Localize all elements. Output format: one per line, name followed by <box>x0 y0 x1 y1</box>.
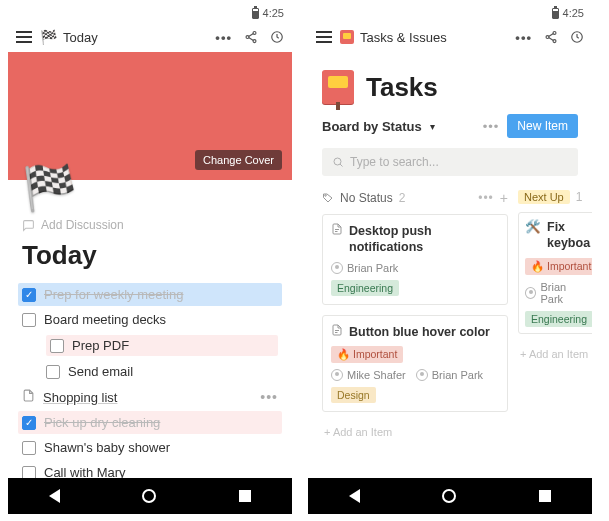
tag-engineering: Engineering <box>525 311 592 327</box>
flag-icon: 🏁 <box>40 29 57 45</box>
breadcrumb[interactable]: Tasks & Issues <box>340 30 447 45</box>
checkbox-icon[interactable] <box>22 416 36 430</box>
tag-important: 🔥 Important <box>331 346 403 363</box>
checkbox-icon[interactable] <box>50 339 64 353</box>
toolbar-title: Tasks & Issues <box>360 30 447 45</box>
postbox-icon[interactable] <box>322 70 354 104</box>
board-columns: No Status 2 ••• + Desktop push notificat… <box>308 176 592 442</box>
todo-item[interactable]: Prep for weekly meeting <box>18 283 282 306</box>
avatar-icon <box>331 262 343 274</box>
share-icon[interactable] <box>544 30 558 44</box>
home-icon[interactable] <box>442 489 456 503</box>
row-more-icon[interactable]: ••• <box>260 389 278 405</box>
page-title[interactable]: Today <box>22 240 278 271</box>
toolbar-title: Today <box>63 30 98 45</box>
column-name: No Status <box>340 191 393 205</box>
todo-label: Prep PDF <box>72 338 129 353</box>
checkbox-icon[interactable] <box>22 288 36 302</box>
todo-list: Prep for weekly meeting Board meeting de… <box>22 285 278 478</box>
view-more-icon[interactable]: ••• <box>483 119 500 134</box>
tag-icon <box>322 192 334 204</box>
view-label[interactable]: Board by Status <box>322 119 422 134</box>
tag-important: 🔥 Important <box>525 258 592 275</box>
android-navbar <box>8 478 292 514</box>
column-count: 2 <box>399 191 406 205</box>
assignee: Brian Park <box>525 281 589 305</box>
column-header[interactable]: Next Up 1 <box>518 190 592 204</box>
cover-image: Change Cover 🏁 <box>8 52 292 180</box>
board-card[interactable]: Button blue hover color 🔥 Important Mike… <box>322 315 508 412</box>
todo-label: Shawn's baby shower <box>44 440 170 455</box>
todo-item[interactable]: Send email <box>46 362 278 381</box>
search-placeholder: Type to search... <box>350 155 439 169</box>
page-icon <box>331 324 343 340</box>
todo-label: Board meeting decks <box>44 312 166 327</box>
chevron-down-icon[interactable]: ▾ <box>430 121 435 132</box>
todo-item[interactable]: Board meeting decks <box>22 310 278 329</box>
status-time: 4:25 <box>563 7 584 19</box>
android-navbar <box>308 478 592 514</box>
column-header[interactable]: No Status 2 ••• + <box>322 190 508 206</box>
checkbox-icon[interactable] <box>46 365 60 379</box>
column-add-icon[interactable]: + <box>500 190 508 206</box>
search-icon <box>332 156 344 168</box>
todo-item[interactable]: Pick up dry cleaning <box>18 411 282 434</box>
page-link[interactable]: Shopping list ••• <box>22 387 278 407</box>
board-column-no-status: No Status 2 ••• + Desktop push notificat… <box>322 190 508 442</box>
card-emoji: 🛠️ <box>525 219 541 252</box>
board-column-next-up: Next Up 1 🛠️ Fix keyboa 🔥 Important Bria… <box>518 190 592 442</box>
svg-point-8 <box>334 158 341 165</box>
home-icon[interactable] <box>142 489 156 503</box>
status-bar: 4:25 <box>8 4 292 22</box>
view-selector: Board by Status ▾ ••• New Item <box>308 114 592 138</box>
change-cover-button[interactable]: Change Cover <box>195 150 282 170</box>
page-icon <box>331 223 343 256</box>
todo-label: Pick up dry cleaning <box>44 415 160 430</box>
menu-icon[interactable] <box>316 31 332 43</box>
clock-icon[interactable] <box>270 30 284 44</box>
tag-engineering: Engineering <box>331 280 399 296</box>
search-input[interactable]: Type to search... <box>322 148 578 176</box>
column-count: 1 <box>576 190 583 204</box>
add-discussion-button[interactable]: Add Discussion <box>22 218 278 232</box>
card-title: Desktop push notifications <box>349 223 499 256</box>
todo-label: Prep for weekly meeting <box>44 287 183 302</box>
checkbox-icon[interactable] <box>22 466 36 479</box>
toolbar: Tasks & Issues ••• <box>308 22 592 52</box>
tag-design: Design <box>331 387 376 403</box>
column-more-icon[interactable]: ••• <box>478 191 494 205</box>
add-item-button[interactable]: + Add an Item <box>322 422 508 442</box>
more-icon[interactable]: ••• <box>515 30 532 45</box>
recents-icon[interactable] <box>539 490 551 502</box>
phone-left: 4:25 🏁 Today ••• Change Cover 🏁 Add Disc… <box>8 4 292 514</box>
todo-label: Call with Mary <box>44 465 126 478</box>
back-icon[interactable] <box>49 489 60 503</box>
assignee: Brian Park <box>331 262 398 274</box>
todo-item[interactable]: Prep PDF <box>46 335 278 356</box>
page-emoji[interactable]: 🏁 <box>22 162 77 214</box>
back-icon[interactable] <box>349 489 360 503</box>
share-icon[interactable] <box>244 30 258 44</box>
todo-label: Send email <box>68 364 133 379</box>
more-icon[interactable]: ••• <box>215 30 232 45</box>
battery-icon <box>252 8 259 19</box>
menu-icon[interactable] <box>16 31 32 43</box>
avatar-icon <box>331 369 343 381</box>
assignee: Mike Shafer <box>331 369 406 381</box>
board-card[interactable]: 🛠️ Fix keyboa 🔥 Important Brian Park Eng… <box>518 212 592 334</box>
checkbox-icon[interactable] <box>22 441 36 455</box>
breadcrumb[interactable]: 🏁 Today <box>40 29 98 45</box>
clock-icon[interactable] <box>570 30 584 44</box>
add-discussion-label: Add Discussion <box>41 218 124 232</box>
page-title[interactable]: Tasks <box>366 72 438 103</box>
recents-icon[interactable] <box>239 490 251 502</box>
checkbox-icon[interactable] <box>22 313 36 327</box>
todo-item[interactable]: Shawn's baby shower <box>22 438 278 457</box>
page-label: Shopping list <box>43 390 117 405</box>
avatar-icon <box>416 369 428 381</box>
board-card[interactable]: Desktop push notifications Brian Park En… <box>322 214 508 305</box>
add-item-button[interactable]: + Add an Item <box>518 344 592 364</box>
battery-icon <box>552 8 559 19</box>
todo-item[interactable]: Call with Mary <box>22 463 278 478</box>
new-item-button[interactable]: New Item <box>507 114 578 138</box>
